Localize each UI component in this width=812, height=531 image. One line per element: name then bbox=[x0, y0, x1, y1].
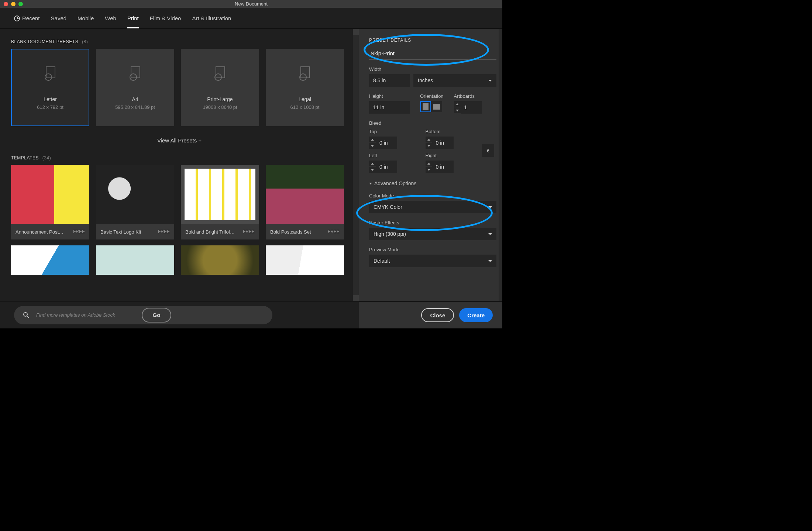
step-down-button[interactable] bbox=[454, 107, 461, 114]
units-select[interactable]: Inches bbox=[413, 74, 496, 87]
page-icon bbox=[42, 65, 59, 82]
preset-card-legal[interactable]: Legal 612 x 1008 pt bbox=[266, 49, 344, 126]
template-thumbnail bbox=[96, 245, 174, 275]
view-all-presets[interactable]: View All Presets + bbox=[0, 126, 359, 152]
bleed-top-label: Top bbox=[369, 129, 422, 134]
zoom-window-button[interactable] bbox=[18, 2, 23, 6]
chevron-down-icon bbox=[488, 260, 492, 262]
template-card[interactable]: Announcement Post… FREE bbox=[11, 165, 89, 239]
scroll-down-button[interactable] bbox=[353, 295, 359, 301]
bleed-left-value[interactable]: 0 in bbox=[376, 161, 397, 173]
stock-search-box[interactable]: Find more templates on Adobe Stock Go bbox=[14, 306, 272, 324]
template-meta: Announcement Post… FREE bbox=[11, 224, 89, 239]
preset-dim: 612 x 1008 pt bbox=[290, 104, 320, 110]
stock-search-area: Find more templates on Adobe Stock Go bbox=[0, 306, 359, 324]
advanced-options-toggle[interactable]: Advanced Options bbox=[369, 180, 496, 186]
bleed-top-stepper[interactable]: 0 in bbox=[369, 137, 422, 149]
artboards-value[interactable]: 1 bbox=[461, 101, 482, 114]
template-price: FREE bbox=[328, 229, 340, 234]
stock-search-placeholder: Find more templates on Adobe Stock bbox=[36, 312, 115, 318]
raster-effects-select[interactable]: High (300 ppi) bbox=[369, 228, 496, 240]
template-thumbnail bbox=[11, 245, 89, 275]
template-card[interactable]: Bold Postcards Set FREE bbox=[266, 165, 344, 239]
tab-saved[interactable]: Saved bbox=[51, 8, 67, 28]
tab-mobile[interactable]: Mobile bbox=[78, 8, 94, 28]
template-thumbnail bbox=[181, 165, 259, 224]
left-scrollbar[interactable] bbox=[353, 29, 359, 301]
tab-web[interactable]: Web bbox=[105, 8, 116, 28]
preview-mode-value: Default bbox=[374, 258, 390, 264]
step-up-button[interactable] bbox=[369, 137, 376, 143]
templates-header: TEMPLATES (34) bbox=[0, 152, 359, 165]
color-mode-value: CMYK Color bbox=[374, 204, 402, 210]
template-card[interactable] bbox=[181, 245, 259, 275]
bleed-left-stepper[interactable]: 0 in bbox=[369, 161, 422, 173]
orientation-landscape[interactable] bbox=[431, 101, 442, 112]
artboards-stepper[interactable]: 1 bbox=[454, 101, 496, 114]
template-thumbnail bbox=[266, 165, 344, 224]
preset-details-panel: PRESET DETAILS Width 8.5 in Inches Heigh… bbox=[359, 29, 502, 301]
template-card[interactable]: Basic Text Logo Kit FREE bbox=[96, 165, 174, 239]
svg-point-9 bbox=[24, 313, 27, 316]
advanced-options-label: Advanced Options bbox=[374, 180, 416, 186]
tab-label: Mobile bbox=[78, 15, 94, 21]
height-input[interactable]: 11 in bbox=[369, 101, 410, 114]
bleed-bottom-stepper[interactable]: 0 in bbox=[426, 137, 478, 149]
bleed-right-stepper[interactable]: 0 in bbox=[426, 161, 478, 173]
template-card[interactable] bbox=[11, 245, 89, 275]
preset-card-a4[interactable]: A4 595.28 x 841.89 pt bbox=[96, 49, 174, 126]
template-meta: Bold and Bright Trifol… FREE bbox=[181, 224, 259, 239]
raster-effects-value: High (300 ppi) bbox=[374, 231, 406, 237]
bleed-top-value[interactable]: 0 in bbox=[376, 137, 397, 149]
preset-card-print-large[interactable]: Print-Large 19008 x 8640 pt bbox=[181, 49, 259, 126]
tab-label: Saved bbox=[51, 15, 67, 21]
search-icon bbox=[23, 312, 30, 318]
orientation-portrait[interactable] bbox=[420, 101, 431, 112]
preset-name: A4 bbox=[132, 96, 138, 102]
template-title: Bold and Bright Trifol… bbox=[185, 229, 235, 235]
category-row: Recent Saved Mobile Web Print Film & Vid… bbox=[0, 8, 502, 29]
tab-recent[interactable]: Recent bbox=[14, 8, 40, 28]
step-up-button[interactable] bbox=[369, 161, 376, 167]
minimize-window-button[interactable] bbox=[11, 2, 16, 6]
create-button[interactable]: Create bbox=[459, 308, 493, 322]
window-controls bbox=[0, 2, 23, 6]
width-input[interactable]: 8.5 in bbox=[369, 74, 410, 87]
color-mode-select[interactable]: CMYK Color bbox=[369, 201, 496, 213]
step-down-button[interactable] bbox=[369, 143, 376, 149]
step-down-button[interactable] bbox=[426, 143, 432, 149]
template-card[interactable]: Bold and Bright Trifol… FREE bbox=[181, 165, 259, 239]
chevron-down-icon bbox=[488, 206, 492, 208]
preset-name-input[interactable] bbox=[369, 47, 496, 60]
step-up-button[interactable] bbox=[426, 161, 432, 167]
tab-art-illustration[interactable]: Art & Illustration bbox=[192, 8, 231, 28]
close-window-button[interactable] bbox=[4, 2, 8, 6]
template-title: Basic Text Logo Kit bbox=[100, 229, 141, 235]
bleed-grid: Top 0 in Bottom 0 in Left bbox=[369, 128, 496, 173]
raster-effects-label: Raster Effects bbox=[369, 220, 496, 225]
close-button[interactable]: Close bbox=[421, 308, 454, 322]
scroll-up-button[interactable] bbox=[353, 29, 359, 35]
step-down-button[interactable] bbox=[369, 167, 376, 173]
preset-card-letter[interactable]: Letter 612 x 792 pt bbox=[11, 49, 89, 126]
preset-dim: 612 x 792 pt bbox=[37, 104, 63, 110]
step-up-button[interactable] bbox=[454, 101, 461, 107]
bleed-bottom-value[interactable]: 0 in bbox=[432, 137, 454, 149]
step-down-button[interactable] bbox=[426, 167, 432, 173]
template-price: FREE bbox=[243, 229, 255, 234]
preview-mode-select[interactable]: Default bbox=[369, 255, 496, 267]
template-card[interactable] bbox=[266, 245, 344, 275]
tab-film-video[interactable]: Film & Video bbox=[150, 8, 181, 28]
link-bleed-button[interactable] bbox=[482, 144, 494, 157]
tab-print[interactable]: Print bbox=[127, 8, 139, 28]
step-up-button[interactable] bbox=[426, 137, 432, 143]
go-button[interactable]: Go bbox=[142, 308, 171, 323]
tab-label: Art & Illustration bbox=[192, 15, 231, 21]
titlebar: New Document bbox=[0, 0, 502, 8]
bleed-right-value[interactable]: 0 in bbox=[432, 161, 454, 173]
page-icon bbox=[296, 65, 313, 82]
height-label: Height bbox=[369, 93, 410, 99]
preset-name: Letter bbox=[44, 96, 57, 102]
right-scrollbar[interactable] bbox=[499, 29, 502, 301]
template-card[interactable] bbox=[96, 245, 174, 275]
